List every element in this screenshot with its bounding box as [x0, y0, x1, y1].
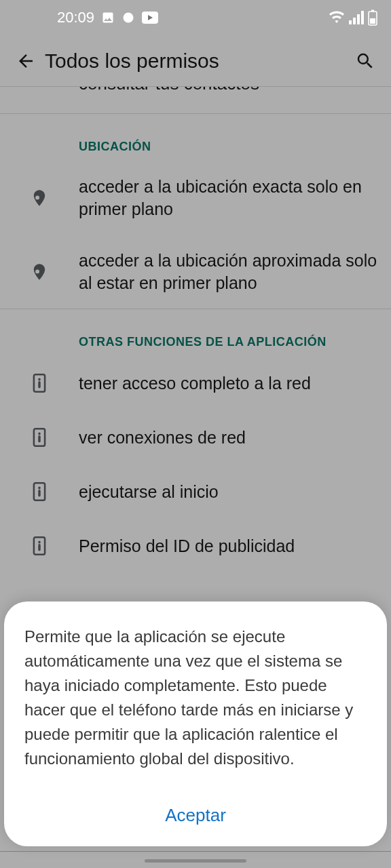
image-icon	[101, 11, 115, 24]
battery-icon	[368, 9, 377, 26]
svg-rect-20	[370, 18, 375, 24]
accept-button[interactable]: Aceptar	[151, 798, 240, 833]
youtube-icon	[142, 12, 158, 24]
svg-rect-16	[357, 14, 360, 24]
wifi-icon	[329, 11, 345, 24]
permission-info-dialog: Permite que la aplicación se ejecute aut…	[4, 601, 387, 846]
status-bar: 20:09	[0, 0, 391, 35]
navigation-handle[interactable]	[145, 859, 246, 863]
dialog-body: Permite que la aplicación se ejecute aut…	[24, 625, 367, 771]
signal-icon	[349, 11, 364, 24]
svg-rect-14	[349, 20, 352, 24]
status-time: 20:09	[57, 9, 94, 26]
svg-point-12	[124, 13, 134, 23]
svg-rect-17	[361, 11, 364, 24]
svg-rect-15	[353, 18, 356, 24]
svg-rect-19	[371, 10, 374, 12]
globe-icon	[122, 11, 135, 24]
